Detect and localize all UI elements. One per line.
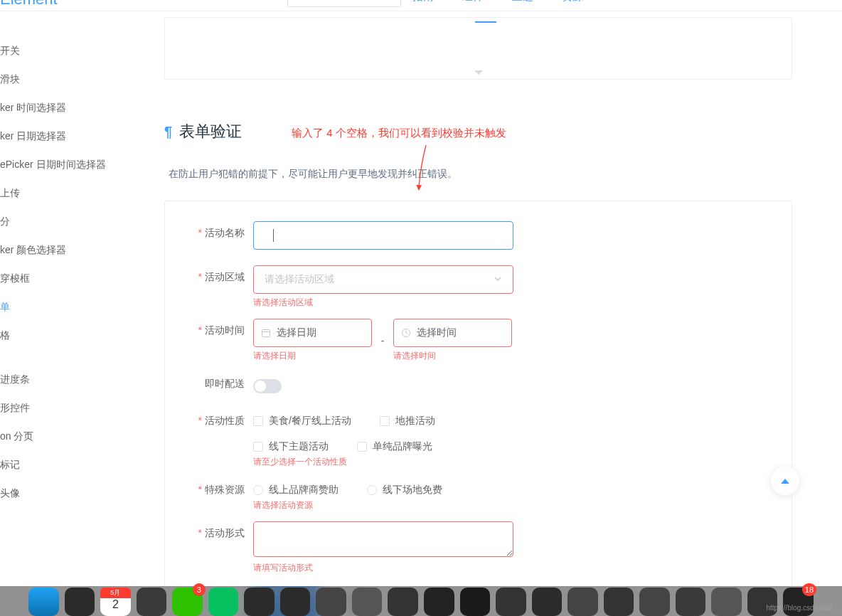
sidebar-item[interactable]: ker 日期选择器 [0, 122, 139, 151]
date-placeholder: 选择日期 [277, 326, 316, 339]
section-anchor-icon[interactable]: ¶ [164, 124, 172, 140]
caret-up-icon [781, 479, 789, 484]
time-placeholder: 选择时间 [417, 326, 457, 339]
form-demo-card: *活动名称 *活动区域 请选择活动区域 请选择活动区域 [164, 201, 792, 616]
checkbox-icon [380, 416, 390, 426]
top-nav-links: 指南 组件 主题 资源 [412, 0, 583, 4]
nature-error: 请至少选择一个活动性质 [253, 456, 435, 468]
nature-label: 活动性质 [205, 415, 245, 426]
dock-app[interactable] [496, 588, 526, 616]
nav-theme[interactable]: 主题 [512, 0, 533, 4]
dock-app[interactable] [137, 588, 167, 616]
dock-app[interactable] [747, 588, 778, 616]
dock-app[interactable] [65, 588, 95, 616]
dock-app[interactable]: 18 [783, 588, 814, 616]
badge: 18 [802, 583, 816, 596]
time-error: 请选择时间 [393, 350, 512, 362]
sidebar-item[interactable]: 上传 [0, 179, 139, 208]
sidebar-item[interactable]: ker 时间选择器 [0, 94, 139, 122]
radio-icon [253, 485, 263, 495]
sidebar-item[interactable]: 形控件 [0, 394, 139, 423]
dock-app-calendar[interactable]: 5月 2 [100, 588, 131, 616]
dock-app[interactable] [424, 588, 454, 616]
sidebar-nav: 开关 滑块 ker 时间选择器 ker 日期选择器 ePicker 日期时间选择… [0, 11, 139, 595]
sidebar-item-form[interactable]: 单 [0, 293, 139, 322]
top-navbar: Element 指南 组件 主题 资源 [0, 0, 842, 11]
macos-dock: 5月 2 3 18 [0, 586, 842, 616]
time-picker[interactable]: 选择时间 [393, 319, 512, 347]
annotation-text: 输入了 4 个空格，我们可以看到校验并未触发 [292, 127, 506, 140]
dock-app[interactable] [316, 588, 346, 616]
back-to-top-button[interactable] [771, 467, 799, 495]
dock-app[interactable] [676, 588, 706, 616]
dock-app[interactable] [567, 588, 598, 616]
sidebar-item[interactable]: 分 [0, 208, 139, 236]
section-description: 在防止用户犯错的前提下，尽可能让用户更早地发现并纠正错误。 [169, 168, 828, 181]
brand-logo[interactable]: Element [0, 0, 58, 9]
checkbox-icon [253, 416, 263, 426]
sidebar-item[interactable] [0, 350, 139, 366]
dock-app[interactable] [711, 588, 742, 616]
time-label: 活动时间 [205, 324, 245, 336]
dock-app[interactable] [388, 588, 418, 616]
svg-rect-0 [262, 330, 270, 337]
dock-app[interactable] [532, 588, 563, 616]
watermark-text: https://blog.csdn.net/... [766, 604, 838, 612]
sidebar-item[interactable]: 进度条 [0, 366, 139, 394]
switch-knob-icon [255, 381, 266, 392]
resource-error: 请选择活动资源 [253, 499, 442, 511]
sidebar-item[interactable]: 格 [0, 322, 139, 350]
dock-app[interactable] [639, 588, 670, 616]
dock-app[interactable] [280, 588, 311, 616]
formtype-error: 请填写活动形式 [253, 562, 513, 574]
text-cursor-icon [273, 229, 274, 242]
dock-app[interactable] [28, 588, 59, 616]
region-error: 请选择活动区域 [253, 297, 513, 309]
sidebar-item[interactable]: on 分页 [0, 423, 139, 451]
resource-radio-0[interactable]: 线上品牌商赞助 [253, 484, 339, 496]
nav-component[interactable]: 组件 [462, 0, 484, 4]
resource-label: 特殊资源 [205, 484, 245, 495]
date-error: 请选择日期 [253, 350, 372, 362]
calendar-icon [261, 328, 271, 338]
name-label: 活动名称 [205, 227, 245, 238]
date-separator: - [372, 335, 393, 346]
expand-caret-icon[interactable] [474, 70, 483, 75]
sidebar-item[interactable]: 滑块 [0, 65, 139, 94]
badge: 3 [193, 583, 206, 596]
sidebar-item[interactable]: ker 颜色选择器 [0, 236, 139, 265]
delivery-switch[interactable] [253, 379, 282, 393]
section-title: 表单验证 [179, 121, 242, 142]
checkbox-icon [357, 442, 367, 452]
nav-guide[interactable]: 指南 [412, 0, 434, 4]
region-placeholder: 请选择活动区域 [265, 273, 334, 286]
doc-search-input[interactable] [287, 0, 401, 7]
region-label: 活动区域 [205, 271, 245, 282]
chevron-down-icon [494, 274, 502, 285]
sidebar-item[interactable]: ePicker 日期时间选择器 [0, 151, 139, 179]
dock-app[interactable] [244, 588, 275, 616]
sidebar-item[interactable]: 标记 [0, 451, 139, 479]
sidebar-item[interactable]: 开关 [0, 37, 139, 65]
date-picker[interactable]: 选择日期 [253, 319, 372, 347]
sidebar-item[interactable]: 穿梭框 [0, 265, 139, 293]
clock-icon [401, 328, 411, 338]
nature-checkbox-3[interactable]: 单纯品牌曝光 [357, 440, 432, 453]
dock-app-wechat[interactable]: 3 [172, 588, 203, 616]
formtype-label: 活动形式 [205, 527, 245, 538]
activity-form-textarea[interactable] [253, 521, 513, 557]
nature-checkbox-1[interactable]: 地推活动 [380, 415, 435, 428]
dock-app[interactable] [352, 588, 383, 616]
delivery-label: 即时配送 [205, 378, 245, 389]
nature-checkbox-2[interactable]: 线下主题活动 [253, 440, 329, 453]
nature-checkbox-0[interactable]: 美食/餐厅线上活动 [253, 415, 351, 428]
activity-name-input[interactable] [253, 221, 513, 250]
sidebar-item[interactable]: 头像 [0, 479, 139, 508]
dock-app[interactable] [604, 588, 634, 616]
activity-region-select[interactable]: 请选择活动区域 [253, 265, 513, 294]
dock-app[interactable] [460, 588, 491, 616]
nav-resource[interactable]: 资源 [562, 0, 583, 4]
radio-icon [367, 485, 377, 495]
dock-app[interactable] [208, 588, 239, 616]
resource-radio-1[interactable]: 线下场地免费 [367, 484, 442, 496]
